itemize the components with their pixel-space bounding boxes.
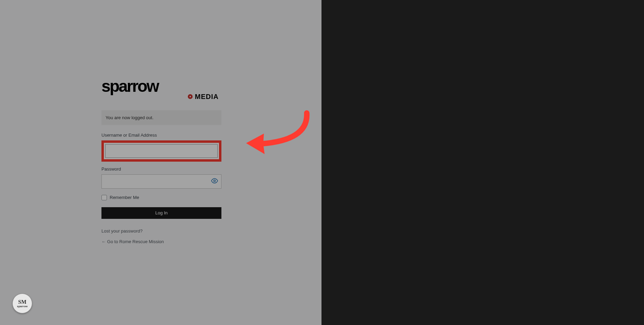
logo-media-text: MEDIA bbox=[195, 93, 219, 100]
sm-badge-initials: SM bbox=[18, 299, 26, 305]
page-container: sparrow MEDIA You are now logged out. Us… bbox=[0, 0, 644, 325]
password-label: Password bbox=[101, 166, 221, 172]
username-label: Username or Email Address bbox=[101, 133, 221, 138]
username-highlight-box bbox=[101, 140, 221, 162]
remember-me-checkbox[interactable] bbox=[101, 195, 107, 200]
left-panel: sparrow MEDIA You are now logged out. Us… bbox=[0, 0, 321, 325]
username-input[interactable] bbox=[105, 144, 218, 158]
logo-brand-text: sparrow bbox=[101, 79, 221, 93]
login-form: sparrow MEDIA You are now logged out. Us… bbox=[101, 79, 221, 250]
lost-password-link[interactable]: Lost your password? bbox=[101, 228, 221, 234]
svg-point-0 bbox=[214, 180, 216, 182]
logo-dot-icon bbox=[188, 94, 193, 99]
login-button[interactable]: Log In bbox=[101, 207, 221, 219]
brand-logo: sparrow MEDIA bbox=[101, 79, 221, 101]
right-dark-panel bbox=[321, 0, 644, 325]
sm-badge-brand: sparrow bbox=[17, 305, 27, 308]
sm-badge[interactable]: SM sparrow bbox=[12, 293, 32, 313]
remember-me-label: Remember Me bbox=[110, 195, 139, 200]
password-input[interactable] bbox=[101, 174, 221, 189]
remember-me-row: Remember Me bbox=[101, 195, 221, 200]
go-back-link[interactable]: ← Go to Rome Rescue Mission bbox=[101, 239, 221, 244]
show-password-icon[interactable] bbox=[211, 177, 218, 186]
logout-message: You are now logged out. bbox=[101, 110, 221, 125]
password-field-wrapper bbox=[101, 174, 221, 189]
